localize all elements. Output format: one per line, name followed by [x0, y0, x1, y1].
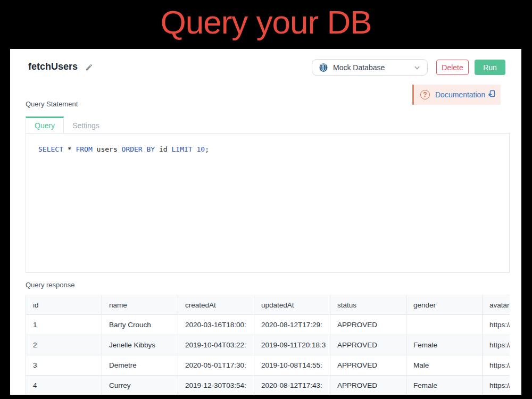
- cell-id: 1: [26, 315, 102, 335]
- cell-status: APPROVED: [330, 335, 406, 355]
- query-name: fetchUsers: [28, 61, 78, 72]
- cell-id: 2: [26, 335, 102, 355]
- cell-gender: [406, 315, 483, 335]
- documentation-banner[interactable]: ? Documentation: [412, 85, 501, 105]
- slide: Query your DB fetchUsers Mock Database D…: [0, 0, 532, 399]
- sql-column-name: id: [159, 145, 168, 153]
- cell-gender: Female: [406, 335, 483, 355]
- cell-status: APPROVED: [330, 355, 406, 376]
- cell-gender: Female: [406, 376, 483, 395]
- sql-keyword: LIMIT: [172, 145, 193, 153]
- query-response-table: id name createdAt updatedAt status gende…: [26, 295, 510, 395]
- sql-star: *: [68, 145, 72, 153]
- cell-createdAt: 2019-10-04T03:22:: [178, 335, 254, 355]
- table-row: 1 Barty Crouch 2020-03-16T18:00: 2020-08…: [26, 315, 510, 335]
- postgresql-icon: [319, 63, 328, 72]
- query-editor-panel: fetchUsers Mock Database Delete Run ? Do…: [10, 49, 521, 395]
- cell-createdAt: 2019-12-30T03:54:: [178, 376, 254, 395]
- cell-avatar: https://: [483, 315, 510, 335]
- cell-name: Jenelle Kibbys: [102, 335, 178, 355]
- chevron-down-icon: [413, 64, 421, 71]
- sql-keyword: FROM: [76, 145, 92, 153]
- cell-id: 4: [26, 376, 102, 395]
- cell-updatedAt: 2019-09-11T20:18:3: [254, 335, 330, 355]
- editor-tabs: Query Settings: [26, 117, 108, 133]
- table-header-row: id name createdAt updatedAt status gende…: [26, 295, 510, 315]
- cell-avatar: https://: [483, 376, 510, 395]
- cell-name: Barty Crouch: [102, 315, 178, 335]
- sql-semicolon: ;: [205, 145, 209, 153]
- cell-status: APPROVED: [330, 315, 406, 335]
- datasource-dropdown[interactable]: Mock Database: [312, 59, 428, 76]
- cell-id: 3: [26, 355, 102, 376]
- help-question-icon: ?: [420, 90, 430, 99]
- sql-statement: SELECT * FROM users ORDER BY id LIMIT 10…: [38, 145, 209, 153]
- sql-code-editor[interactable]: SELECT * FROM users ORDER BY id LIMIT 10…: [26, 133, 510, 273]
- cell-gender: Male: [406, 355, 483, 376]
- cell-createdAt: 2020-05-01T17:30:: [178, 355, 254, 376]
- table-row: 4 Currey 2019-12-30T03:54: 2020-08-12T17…: [26, 376, 510, 395]
- table-row: 3 Demetre 2020-05-01T17:30: 2019-10-08T1…: [26, 355, 510, 376]
- column-header-status: status: [330, 295, 406, 315]
- cell-status: APPROVED: [330, 376, 406, 395]
- sql-number: 10: [196, 145, 205, 153]
- cell-name: Currey: [102, 376, 178, 395]
- slide-title: Query your DB: [0, 3, 532, 41]
- cell-updatedAt: 2020-08-12T17:29:: [254, 315, 330, 335]
- edit-name-icon[interactable]: [85, 63, 93, 71]
- tab-query[interactable]: Query: [26, 117, 64, 133]
- query-response-label: Query response: [26, 281, 75, 289]
- documentation-link-label: Documentation: [435, 90, 485, 99]
- sql-table-name: users: [97, 145, 118, 153]
- datasource-selected-value: Mock Database: [333, 63, 413, 72]
- cell-createdAt: 2020-03-16T18:00:: [178, 315, 254, 335]
- cell-updatedAt: 2019-10-08T14:55:: [254, 355, 330, 376]
- column-header-id: id: [26, 295, 102, 315]
- open-docs-external-icon: [488, 90, 495, 99]
- cell-avatar: https://: [483, 355, 510, 376]
- column-header-gender: gender: [406, 295, 483, 315]
- tab-settings[interactable]: Settings: [64, 118, 108, 133]
- column-header-createdAt: createdAt: [178, 295, 254, 315]
- column-header-name: name: [102, 295, 178, 315]
- column-header-updatedAt: updatedAt: [254, 295, 330, 315]
- cell-updatedAt: 2020-08-12T17:43:: [254, 376, 330, 395]
- query-response-table-container[interactable]: id name createdAt updatedAt status gende…: [26, 295, 510, 395]
- sql-keyword: ORDER BY: [122, 145, 155, 153]
- query-statement-label: Query Statement: [26, 100, 78, 108]
- column-header-avatar: avatar: [483, 295, 510, 315]
- cell-name: Demetre: [102, 355, 178, 376]
- delete-button[interactable]: Delete: [436, 60, 469, 75]
- run-button[interactable]: Run: [475, 60, 505, 75]
- cell-avatar: https://: [483, 335, 510, 355]
- sql-keyword: SELECT: [38, 145, 63, 153]
- table-row: 2 Jenelle Kibbys 2019-10-04T03:22: 2019-…: [26, 335, 510, 355]
